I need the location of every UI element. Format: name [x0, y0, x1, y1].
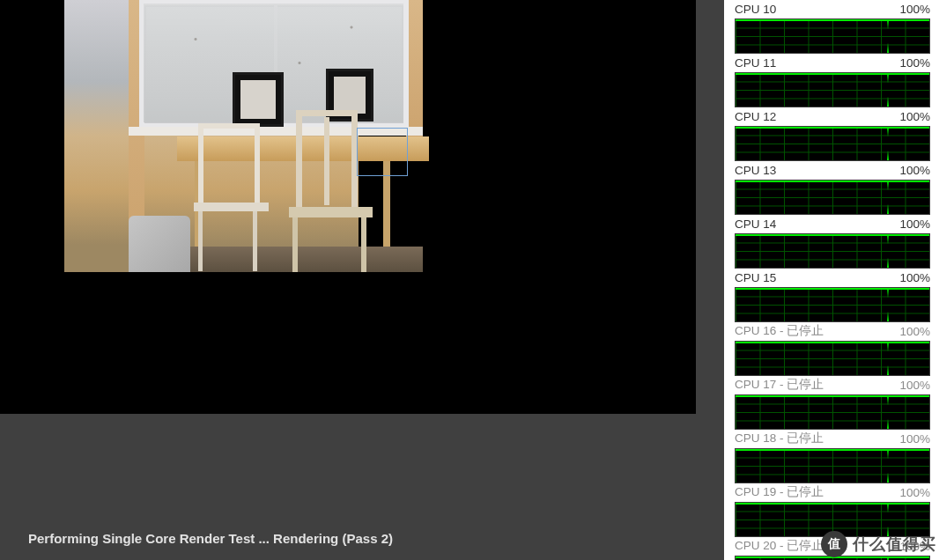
cpu-row: CPU 14100% — [724, 215, 939, 269]
status-bar: Performing Single Core Render Test ... R… — [0, 414, 724, 560]
cpu-label: CPU 11 — [735, 56, 776, 70]
cpu-row: CPU 16 - 已停止100% — [724, 322, 939, 376]
cpu-graph — [735, 341, 930, 376]
cpu-percent: 100% — [899, 432, 930, 446]
cpu-percent: 100% — [899, 217, 930, 231]
cpu-header: CPU 19 - 已停止100% — [735, 483, 930, 501]
cpu-label: CPU 16 - 已停止 — [735, 323, 824, 339]
render-output-image — [64, 0, 359, 272]
cpu-header: CPU 12100% — [735, 107, 930, 125]
cpu-header: CPU 17 - 已停止100% — [735, 376, 930, 394]
cpu-header: CPU 10100% — [735, 0, 930, 18]
cpu-header: CPU 13100% — [735, 161, 930, 179]
cpu-header: CPU 18 - 已停止100% — [735, 430, 930, 447]
cpu-percent: 100% — [899, 164, 930, 177]
cpu-percent: 100% — [899, 379, 930, 392]
render-viewport — [0, 0, 696, 414]
cpu-percent: 100% — [899, 56, 930, 70]
cpu-label: CPU 10 — [735, 3, 776, 16]
cpu-header: CPU 16 - 已停止100% — [735, 322, 930, 340]
cpu-row: CPU 10100% — [724, 0, 939, 54]
cpu-label: CPU 13 — [735, 164, 776, 177]
status-text: Performing Single Core Render Test ... R… — [28, 531, 393, 546]
cpu-graph — [735, 126, 930, 161]
cpu-label: CPU 17 - 已停止 — [735, 377, 824, 393]
cpu-graph — [735, 394, 930, 430]
cpu-list: CPU 10100%CPU 11100%CPU 12100%CPU 13100%… — [724, 0, 939, 560]
cpu-percent: 100% — [899, 486, 930, 499]
cpu-label: CPU 20 - 已停止 — [735, 538, 824, 554]
cpu-percent: 100% — [899, 110, 930, 123]
cpu-row: CPU 12100% — [724, 107, 939, 161]
cpu-graph — [735, 287, 930, 322]
cpu-header: CPU 14100% — [735, 215, 930, 232]
cpu-row: CPU 19 - 已停止100% — [724, 483, 939, 537]
cpu-label: CPU 15 — [735, 271, 776, 284]
cpu-row: CPU 18 - 已停止100% — [724, 430, 939, 483]
render-tile-cursor — [357, 128, 408, 176]
benchmark-pane: Performing Single Core Render Test ... R… — [0, 0, 724, 560]
cpu-graph — [735, 233, 930, 269]
cpu-graph — [735, 72, 930, 107]
cpu-row: CPU 15100% — [724, 269, 939, 322]
cpu-graph — [735, 18, 930, 54]
watermark-badge: 值 — [821, 531, 847, 557]
cpu-percent: 100% — [899, 325, 930, 338]
cpu-row: CPU 17 - 已停止100% — [724, 376, 939, 430]
cpu-percent: 100% — [899, 271, 930, 284]
cpu-label: CPU 19 - 已停止 — [735, 484, 824, 500]
cpu-row: CPU 11100% — [724, 54, 939, 107]
watermark-text: 什么值得买 — [853, 534, 936, 555]
cpu-row: CPU 13100% — [724, 161, 939, 215]
cpu-graph — [735, 448, 930, 483]
cpu-label: CPU 18 - 已停止 — [735, 431, 824, 446]
cpu-monitor-pane: CPU 10100%CPU 11100%CPU 12100%CPU 13100%… — [724, 0, 939, 560]
watermark: 值 什么值得买 — [821, 531, 936, 557]
cpu-header: CPU 11100% — [735, 54, 930, 71]
cpu-label: CPU 12 — [735, 110, 776, 123]
cpu-graph — [735, 180, 930, 215]
cpu-header: CPU 15100% — [735, 269, 930, 286]
cpu-percent: 100% — [899, 3, 930, 16]
cpu-label: CPU 14 — [735, 217, 776, 231]
